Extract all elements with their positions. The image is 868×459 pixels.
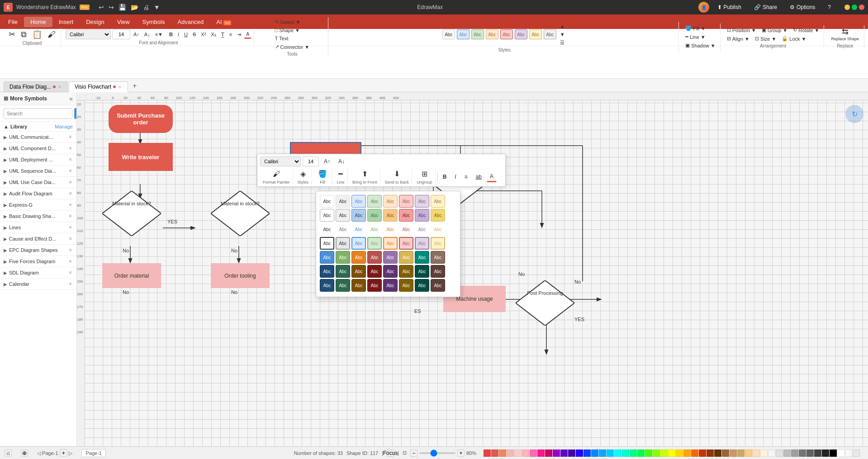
sp-cell-5-7[interactable]: Abc [415, 251, 429, 264]
sidebar-collapse-button[interactable]: « [69, 95, 73, 102]
page-tab[interactable]: Page-1 [81, 449, 105, 457]
item-close-button[interactable]: × [68, 168, 73, 174]
ft-font-color-button[interactable]: A [487, 171, 497, 182]
color-swatch[interactable] [637, 450, 645, 457]
item-close-button[interactable]: × [68, 134, 73, 140]
menu-symbols[interactable]: Symbols [136, 17, 171, 27]
ft-ab-button[interactable]: ab [473, 171, 485, 182]
sp-cell-1-5[interactable]: Abc [383, 195, 398, 208]
item-close-button[interactable]: × [68, 145, 73, 151]
color-swatch[interactable] [668, 450, 675, 457]
tab-data-flow[interactable]: Data Flow Diag... × [4, 81, 68, 92]
help-button[interactable]: ? [823, 2, 835, 12]
save-button[interactable]: 💾 [117, 3, 128, 12]
redo-button[interactable]: ↪ [107, 3, 116, 12]
ft-bold-button[interactable]: B [440, 171, 450, 182]
sp-cell-4-4[interactable]: Abc [367, 237, 382, 250]
publish-button[interactable]: ⬆ Publish [713, 2, 746, 12]
sp-cell-6-2[interactable]: Abc [336, 265, 350, 278]
color-swatch[interactable] [806, 450, 814, 457]
share-button[interactable]: 🔗 Share [749, 2, 782, 12]
color-swatch[interactable] [691, 450, 698, 457]
ft-align-button[interactable]: ≡ [461, 171, 471, 182]
color-swatch[interactable] [768, 450, 775, 457]
sp-cell-5-1[interactable]: Abc [320, 251, 334, 264]
sp-cell-1-8[interactable]: Abc [431, 195, 445, 208]
sp-cell-3-4[interactable]: Abc [367, 223, 382, 236]
color-swatch[interactable] [837, 450, 844, 457]
increase-font-button[interactable]: A↑ [132, 31, 141, 38]
superscript-button[interactable]: X² [199, 31, 208, 38]
menu-view[interactable]: View [111, 17, 136, 27]
color-swatch[interactable] [814, 450, 821, 457]
item-close-button[interactable]: × [68, 213, 73, 219]
shape-order-material[interactable]: Order material [102, 263, 161, 288]
select-button[interactable]: ↖ Select ▼ [273, 18, 302, 26]
italic-button[interactable]: I [176, 31, 181, 38]
text-style-button[interactable]: T̲ [219, 31, 226, 38]
tab-visio[interactable]: Visio Flowchart × [69, 81, 128, 92]
color-swatch[interactable] [507, 450, 514, 457]
item-close-button[interactable]: × [68, 270, 73, 276]
search-input[interactable] [4, 108, 72, 119]
replace-shape-button[interactable]: ⇆ Replace Shape [829, 26, 861, 43]
sidebar-item-uml-use[interactable]: ▶ UML Use Case Dia... × [0, 177, 76, 188]
ft-font-size-input[interactable] [303, 156, 319, 166]
canvas-container[interactable]: -10 0 20 40 60 80 100 120 140 160 180 20… [77, 92, 868, 446]
sp-cell-1-4[interactable]: Abc [367, 195, 382, 208]
sidebar-item-express[interactable]: ▶ Express-G × [0, 199, 76, 211]
format-painter-button[interactable]: 🖌 [271, 169, 282, 179]
sp-cell-7-6[interactable]: Abc [399, 279, 413, 292]
color-swatch[interactable] [591, 450, 598, 457]
menu-ai[interactable]: AI hot [210, 17, 237, 27]
sp-cell-4-8[interactable]: Abc [431, 237, 445, 250]
sp-cell-2-2[interactable]: Abc [336, 209, 350, 222]
sp-cell-4-5[interactable]: Abc [383, 237, 398, 250]
item-close-button[interactable]: × [68, 258, 73, 265]
sp-cell-6-1[interactable]: Abc [320, 265, 334, 278]
color-swatch[interactable] [568, 450, 575, 457]
color-swatch[interactable] [537, 450, 545, 457]
connector-button[interactable]: ↗ Connector ▼ [273, 43, 312, 51]
menu-home[interactable]: Home [24, 17, 52, 27]
sidebar-item-lines[interactable]: ▶ Lines × [0, 222, 76, 233]
sp-cell-2-1[interactable]: Abc [320, 209, 334, 222]
color-swatch[interactable] [660, 450, 668, 457]
color-swatch[interactable] [791, 450, 798, 457]
sp-cell-3-1[interactable]: Abc [320, 223, 334, 236]
color-swatch[interactable] [645, 450, 652, 457]
item-close-button[interactable]: × [68, 236, 73, 242]
fill-button[interactable]: 🪣 Fill ▼ [683, 24, 707, 32]
color-swatch[interactable] [830, 450, 837, 457]
sidebar-item-audit[interactable]: ▶ Audit Flow Diagram × [0, 188, 76, 199]
snap-button[interactable]: ⊕ [21, 450, 28, 457]
color-swatch[interactable] [699, 450, 706, 457]
color-swatch[interactable] [745, 450, 752, 457]
sidebar-item-uml-comp[interactable]: ▶ UML Component D... × [0, 143, 76, 154]
size-button[interactable]: ⊡ Size ▼ [753, 35, 778, 43]
sp-cell-1-6[interactable]: Abc [399, 195, 413, 208]
sp-cell-5-4[interactable]: Abc [367, 251, 382, 264]
ft-increase-font[interactable]: A↑ [321, 156, 333, 167]
sp-cell-4-3[interactable]: Abc [351, 237, 366, 250]
color-swatch[interactable] [622, 450, 629, 457]
item-close-button[interactable]: × [68, 190, 73, 197]
refresh-button[interactable]: ↻ [845, 105, 863, 123]
menu-insert[interactable]: Insert [52, 17, 80, 27]
sp-cell-7-3[interactable]: Abc [351, 279, 366, 292]
list-button[interactable]: ≡ [228, 31, 234, 38]
sp-cell-3-6[interactable]: Abc [399, 223, 413, 236]
line-button[interactable]: ━ Line ▼ [683, 33, 707, 41]
sp-cell-3-5[interactable]: Abc [383, 223, 398, 236]
print-button[interactable]: 🖨 [141, 3, 151, 12]
color-swatch[interactable] [730, 450, 737, 457]
sp-cell-6-8[interactable]: Abc [431, 265, 445, 278]
sp-cell-5-8[interactable]: Abc [431, 251, 445, 264]
maximize-button[interactable] [852, 5, 857, 10]
style-cell-7[interactable]: Abc [529, 29, 542, 39]
sidebar-item-uml-comm[interactable]: ▶ UML Communicat... × [0, 132, 76, 143]
sp-cell-7-7[interactable]: Abc [415, 279, 429, 292]
open-button[interactable]: 📂 [129, 3, 140, 12]
sidebar-item-cause[interactable]: ▶ Cause and Effect D... × [0, 233, 76, 245]
minimize-button[interactable] [844, 5, 850, 10]
